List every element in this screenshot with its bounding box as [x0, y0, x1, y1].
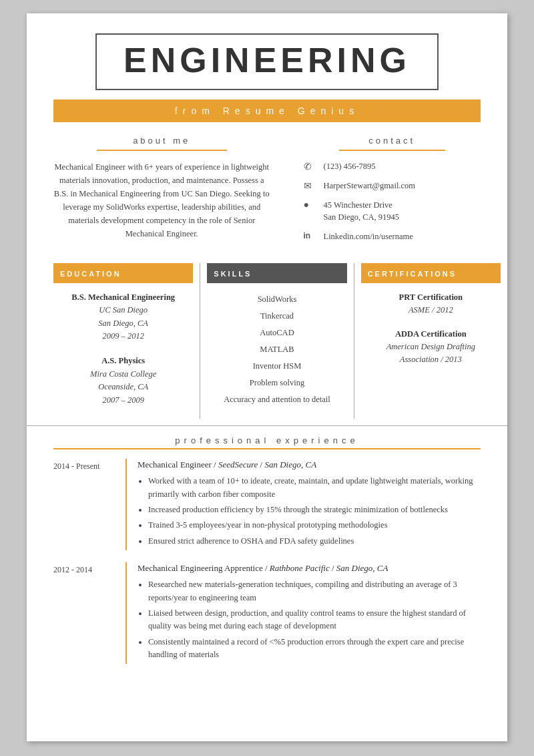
exp-entry-1: 2014 - Present Mechanical Engineer / See…: [53, 459, 481, 550]
bullet-1-2: Increased production efficiency by 15% t…: [148, 504, 481, 516]
skill-2: Tinkercad: [207, 308, 346, 325]
edu-degree-2: A.S. Physics: [53, 355, 193, 367]
location-icon: ●: [304, 200, 317, 210]
contact-items: ✆ (123) 456-7895 ✉ HarperStewart@gmail.c…: [304, 160, 481, 243]
cert-name-1: PRT Certification: [361, 291, 501, 304]
certifications-column: CERTIFICATIONS PRT Certification ASME / …: [354, 263, 507, 419]
exp-bullets-2: Researched new materials-generation tech…: [138, 578, 481, 661]
linkedin-icon: in: [304, 231, 317, 240]
certifications-header: CERTIFICATIONS: [361, 263, 501, 283]
education-entry-1: B.S. Mechanical Engineering UC San Diego…: [53, 291, 193, 343]
email-icon: ✉: [304, 180, 317, 192]
bullet-1-1: Worked with a team of 10+ to ideate, cre…: [148, 475, 481, 501]
exp-bullets-1: Worked with a team of 10+ to ideate, cre…: [138, 475, 481, 548]
skill-6: Problem solving: [207, 375, 346, 391]
skill-3: AutoCAD: [207, 325, 346, 341]
education-entry-2: A.S. Physics Mira Costa College Oceansid…: [53, 355, 193, 407]
exp-content-1: Mechanical Engineer / SeedSecure / San D…: [127, 459, 481, 550]
phone-icon: ✆: [304, 161, 317, 172]
about-text: Mechanical Engineer with 6+ years of exp…: [53, 160, 270, 240]
skill-4: MATLAB: [207, 341, 346, 358]
skills-column: SKILLS SolidWorks Tinkercad AutoCAD MATL…: [200, 263, 354, 419]
education-header: EDUCATION: [53, 263, 193, 283]
contact-address: ● 45 Winchester DriveSan Diego, CA, 9194…: [304, 199, 481, 224]
skills-header: SKILLS: [207, 263, 346, 283]
edu-location-1: San Diego, CA: [53, 317, 193, 330]
resume-title: ENGINEERING: [123, 41, 411, 79]
bullet-2-1: Researched new materials-generation tech…: [148, 578, 481, 604]
cert-org-1: ASME / 2012: [361, 304, 501, 317]
cert-org-2: American Design DraftingAssociation / 20…: [361, 341, 501, 367]
cert-entry-1: PRT Certification ASME / 2012: [361, 291, 501, 317]
about-underline: [97, 150, 227, 151]
exp-content-2: Mechanical Engineering Apprentice / Rath…: [127, 562, 481, 664]
education-heading: EDUCATION: [60, 270, 121, 278]
bullet-1-3: Trained 3-5 employees/year in non-physic…: [148, 519, 481, 532]
orange-banner: from Resume Genius: [53, 100, 481, 122]
resume-document: ENGINEERING from Resume Genius about me …: [27, 13, 507, 741]
edu-years-2: 2007 – 2009: [53, 394, 193, 407]
edu-degree-1: B.S. Mechanical Engineering: [53, 291, 193, 304]
contact-section: contact ✆ (123) 456-7895 ✉ HarperStewart…: [290, 136, 481, 250]
prof-exp-title: professional experience: [53, 435, 481, 445]
contact-phone-text: (123) 456-7895: [324, 160, 376, 173]
exp-years-1: 2014 - Present: [53, 459, 127, 550]
edu-location-2: Oceanside, CA: [53, 381, 193, 393]
bullet-1-4: Ensured strict adherence to OSHA and FDA…: [148, 535, 481, 548]
three-col-section: EDUCATION B.S. Mechanical Engineering UC…: [27, 263, 507, 419]
education-column: EDUCATION B.S. Mechanical Engineering UC…: [27, 263, 200, 419]
skills-list: SolidWorks Tinkercad AutoCAD MATLAB Inve…: [207, 291, 346, 408]
banner-text: from Resume Genius: [175, 106, 359, 116]
about-section: about me Mechanical Engineer with 6+ yea…: [53, 136, 290, 250]
exp-job-title-2: Mechanical Engineering Apprentice / Rath…: [138, 562, 481, 574]
skill-1: SolidWorks: [207, 291, 346, 308]
contact-email: ✉ HarperStewart@gmail.com: [304, 180, 481, 192]
certifications-heading: CERTIFICATIONS: [368, 270, 457, 278]
cert-entry-2: ADDA Certification American Design Draft…: [361, 328, 501, 367]
contact-phone: ✆ (123) 456-7895: [304, 160, 481, 173]
exp-years-2: 2012 - 2014: [53, 562, 127, 664]
header-box: ENGINEERING: [95, 33, 439, 90]
contact-address-text: 45 Winchester DriveSan Diego, CA, 91945: [324, 199, 400, 224]
contact-email-text: HarperStewart@gmail.com: [324, 180, 416, 192]
edu-school-1: UC San Diego: [53, 304, 193, 317]
skill-5: Inventor HSM: [207, 358, 346, 375]
contact-linkedin-text: Linkedin.com/in/username: [324, 230, 413, 243]
contact-linkedin: in Linkedin.com/in/username: [304, 230, 481, 243]
header-section: ENGINEERING from Resume Genius: [27, 13, 507, 122]
about-heading: about me: [53, 136, 270, 146]
prof-exp-underline: [53, 448, 481, 449]
skill-7: Accuracy and attention to detail: [207, 391, 346, 408]
contact-underline: [339, 150, 445, 151]
exp-entry-2: 2012 - 2014 Mechanical Engineering Appre…: [53, 562, 481, 664]
bullet-2-2: Liaised between design, production, and …: [148, 607, 481, 633]
contact-heading: contact: [304, 136, 481, 146]
edu-school-2: Mira Costa College: [53, 368, 193, 381]
exp-job-title-1: Mechanical Engineer / SeedSecure / San D…: [138, 459, 481, 471]
edu-years-1: 2009 – 2012: [53, 330, 193, 343]
prof-exp-heading: professional experience: [53, 435, 481, 449]
bullet-2-3: Consistently maintained a record of <%5 …: [148, 636, 481, 662]
professional-experience-section: professional experience 2014 - Present M…: [27, 425, 507, 690]
about-contact-row: about me Mechanical Engineer with 6+ yea…: [27, 122, 507, 256]
cert-name-2: ADDA Certification: [361, 328, 501, 341]
skills-heading: SKILLS: [214, 270, 252, 278]
